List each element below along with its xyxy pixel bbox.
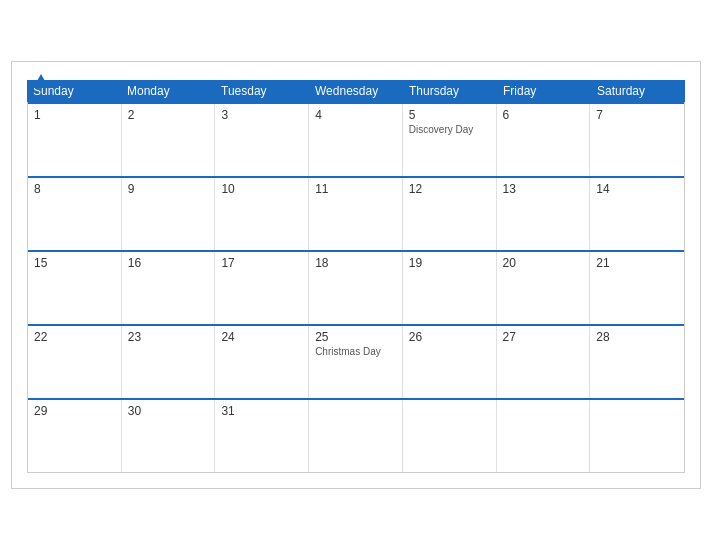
holiday-name: Christmas Day <box>315 346 396 357</box>
day-cell <box>309 400 403 472</box>
day-number: 24 <box>221 330 302 344</box>
day-number: 11 <box>315 182 396 196</box>
day-number: 5 <box>409 108 490 122</box>
day-number: 13 <box>503 182 584 196</box>
day-cell: 5Discovery Day <box>403 104 497 176</box>
day-number: 1 <box>34 108 115 122</box>
day-cell: 1 <box>28 104 122 176</box>
day-number: 6 <box>503 108 584 122</box>
week-row-4: 22232425Christmas Day262728 <box>28 324 684 398</box>
day-cell: 20 <box>497 252 591 324</box>
day-number: 8 <box>34 182 115 196</box>
day-cell: 9 <box>122 178 216 250</box>
day-number: 16 <box>128 256 209 270</box>
day-number: 25 <box>315 330 396 344</box>
day-number: 23 <box>128 330 209 344</box>
day-number: 30 <box>128 404 209 418</box>
day-cell: 13 <box>497 178 591 250</box>
day-number: 17 <box>221 256 302 270</box>
day-number: 29 <box>34 404 115 418</box>
day-cell: 28 <box>590 326 684 398</box>
day-number: 18 <box>315 256 396 270</box>
day-number: 14 <box>596 182 678 196</box>
header-thursday: Thursday <box>403 80 497 102</box>
day-cell <box>590 400 684 472</box>
day-number: 3 <box>221 108 302 122</box>
day-cell: 7 <box>590 104 684 176</box>
day-number: 20 <box>503 256 584 270</box>
day-number: 7 <box>596 108 678 122</box>
day-cell: 12 <box>403 178 497 250</box>
logo-triangle-icon <box>33 74 49 88</box>
calendar-grid: 12345Discovery Day6789101112131415161718… <box>27 102 685 473</box>
week-row-5: 293031 <box>28 398 684 473</box>
day-cell: 15 <box>28 252 122 324</box>
header-wednesday: Wednesday <box>309 80 403 102</box>
day-cell: 3 <box>215 104 309 176</box>
day-cell: 2 <box>122 104 216 176</box>
day-number: 2 <box>128 108 209 122</box>
week-row-2: 891011121314 <box>28 176 684 250</box>
day-number: 21 <box>596 256 678 270</box>
day-cell: 24 <box>215 326 309 398</box>
header-monday: Monday <box>121 80 215 102</box>
day-cell <box>497 400 591 472</box>
day-cell: 25Christmas Day <box>309 326 403 398</box>
day-cell: 30 <box>122 400 216 472</box>
holiday-name: Discovery Day <box>409 124 490 135</box>
day-cell: 22 <box>28 326 122 398</box>
header-friday: Friday <box>497 80 591 102</box>
day-number: 4 <box>315 108 396 122</box>
day-cell: 14 <box>590 178 684 250</box>
header-saturday: Saturday <box>591 80 685 102</box>
day-number: 9 <box>128 182 209 196</box>
day-cell: 11 <box>309 178 403 250</box>
calendar-container: Sunday Monday Tuesday Wednesday Thursday… <box>11 61 701 489</box>
day-cell: 17 <box>215 252 309 324</box>
day-cell: 19 <box>403 252 497 324</box>
day-cell: 4 <box>309 104 403 176</box>
day-cell: 10 <box>215 178 309 250</box>
day-number: 28 <box>596 330 678 344</box>
day-number: 15 <box>34 256 115 270</box>
day-cell: 21 <box>590 252 684 324</box>
logo <box>27 72 49 88</box>
day-number: 31 <box>221 404 302 418</box>
day-cell: 29 <box>28 400 122 472</box>
header-tuesday: Tuesday <box>215 80 309 102</box>
day-cell: 31 <box>215 400 309 472</box>
day-cell: 18 <box>309 252 403 324</box>
day-cell: 27 <box>497 326 591 398</box>
day-number: 26 <box>409 330 490 344</box>
day-cell: 16 <box>122 252 216 324</box>
day-number: 27 <box>503 330 584 344</box>
day-cell: 8 <box>28 178 122 250</box>
week-row-1: 12345Discovery Day67 <box>28 102 684 176</box>
day-cell: 6 <box>497 104 591 176</box>
day-cell: 26 <box>403 326 497 398</box>
day-number: 10 <box>221 182 302 196</box>
day-number: 12 <box>409 182 490 196</box>
day-cell: 23 <box>122 326 216 398</box>
day-number: 19 <box>409 256 490 270</box>
week-row-3: 15161718192021 <box>28 250 684 324</box>
day-number: 22 <box>34 330 115 344</box>
day-cell <box>403 400 497 472</box>
days-of-week-header: Sunday Monday Tuesday Wednesday Thursday… <box>27 80 685 102</box>
